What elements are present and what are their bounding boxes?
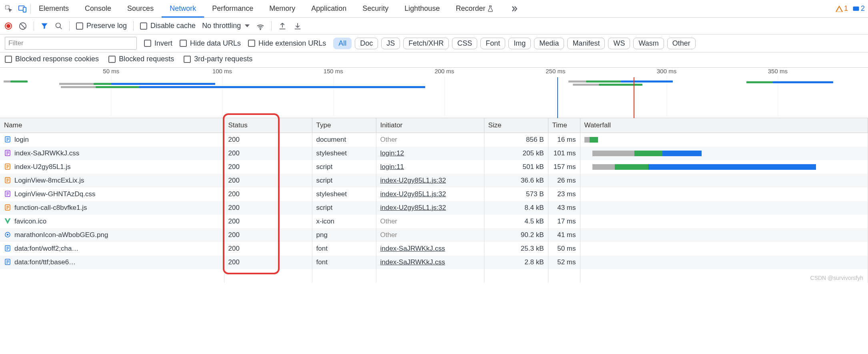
tab-console[interactable]: Console: [77, 0, 119, 17]
clear-button[interactable]: [18, 22, 27, 30]
blocked-cookies-checkbox[interactable]: Blocked response cookies: [5, 55, 99, 63]
tab-recorder[interactable]: Recorder: [448, 0, 502, 17]
messages-count: 2: [861, 4, 865, 13]
tab-lighthouse[interactable]: Lighthouse: [396, 0, 448, 17]
request-status: 200: [224, 201, 312, 215]
request-waterfall: [580, 215, 868, 228]
tab-memory[interactable]: Memory: [261, 0, 303, 17]
request-initiator[interactable]: index-U2gy85L1.js:32: [380, 190, 446, 198]
search-icon[interactable]: [55, 22, 63, 30]
timeline-overview[interactable]: 50 ms100 ms150 ms200 ms250 ms300 ms350 m…: [0, 68, 868, 118]
request-status: 200: [224, 147, 312, 160]
type-pill-doc[interactable]: Doc: [355, 38, 378, 49]
timeline-tick: 300 ms: [657, 68, 676, 74]
request-initiator[interactable]: index-U2gy85L1.js:32: [380, 204, 446, 211]
request-waterfall: [580, 255, 868, 269]
filter-input[interactable]: [5, 37, 137, 50]
col-header-status[interactable]: Status: [224, 118, 312, 133]
tab-sources[interactable]: Sources: [119, 0, 162, 17]
device-toolbar-icon[interactable]: [17, 3, 28, 14]
table-row[interactable]: login200documentOther856 B16 ms: [0, 133, 868, 147]
warnings-count: 1: [844, 4, 848, 13]
preserve-log-checkbox[interactable]: Preserve log: [76, 22, 127, 30]
hide-extension-urls-checkbox[interactable]: Hide extension URLs: [248, 39, 326, 48]
messages-badge[interactable]: 2: [852, 4, 865, 13]
table-row[interactable]: LoginView-GHNTAzDq.css200stylesheetindex…: [0, 187, 868, 201]
request-status: 200: [224, 160, 312, 174]
col-header-waterfall[interactable]: Waterfall: [580, 118, 868, 133]
type-pill-wasm[interactable]: Wasm: [633, 38, 664, 49]
inspect-element-icon[interactable]: [3, 3, 14, 14]
request-initiator[interactable]: login:12: [380, 149, 404, 157]
request-initiator[interactable]: index-U2gy85L1.js:32: [380, 177, 446, 184]
record-button[interactable]: [5, 22, 12, 30]
type-pill-media[interactable]: Media: [534, 38, 564, 49]
request-time: 43 ms: [548, 201, 580, 215]
table-row[interactable]: favicon.ico200x-iconOther4.5 kB17 ms: [0, 215, 868, 228]
tab-security[interactable]: Security: [354, 0, 396, 17]
type-pill-other[interactable]: Other: [667, 38, 696, 49]
hide-data-urls-checkbox[interactable]: Hide data URLs: [180, 39, 241, 48]
network-toolbar: Preserve log Disable cache No throttling: [0, 18, 868, 34]
table-row[interactable]: marathonIcon-aWbobGEG.png200pngOther90.2…: [0, 228, 868, 242]
table-row[interactable]: index-U2gy85L1.js200scriptlogin:11501 kB…: [0, 160, 868, 174]
type-pill-font[interactable]: Font: [480, 38, 505, 49]
col-header-size[interactable]: Size: [484, 118, 548, 133]
request-waterfall: [580, 228, 868, 242]
upload-har-icon[interactable]: [278, 22, 287, 30]
download-har-icon[interactable]: [293, 22, 302, 30]
request-initiator[interactable]: index-SaJRWKkJ.css: [380, 245, 445, 252]
col-header-type[interactable]: Type: [312, 118, 376, 133]
type-pill-js[interactable]: JS: [381, 38, 400, 49]
request-size: 25.3 kB: [484, 242, 548, 255]
request-type: png: [312, 228, 376, 242]
tab-elements[interactable]: Elements: [31, 0, 77, 17]
doc-file-icon: [4, 136, 11, 143]
type-pill-css[interactable]: CSS: [452, 38, 477, 49]
request-time: 41 ms: [548, 228, 580, 242]
waterfall-bar: [592, 151, 634, 156]
more-tabs-button[interactable]: [502, 5, 526, 13]
request-initiator[interactable]: login:11: [380, 163, 404, 171]
tab-application[interactable]: Application: [303, 0, 354, 17]
col-header-time[interactable]: Time: [548, 118, 580, 133]
request-name: LoginView-GHNTAzDq.css: [14, 190, 96, 198]
type-pill-fetch-xhr[interactable]: Fetch/XHR: [403, 38, 449, 49]
request-name: marathonIcon-aWbobGEG.png: [14, 231, 108, 239]
svg-point-5: [56, 23, 61, 28]
table-row[interactable]: data:font/woff2;cha…200fontindex-SaJRWKk…: [0, 242, 868, 255]
type-pill-img[interactable]: Img: [508, 38, 531, 49]
separator: [69, 21, 70, 31]
svg-point-14: [7, 233, 9, 235]
svg-rect-2: [23, 7, 26, 12]
table-row[interactable]: data:font/ttf;base6…200fontindex-SaJRWKk…: [0, 255, 868, 269]
request-size: 4.5 kB: [484, 215, 548, 228]
blocked-requests-checkbox[interactable]: Blocked requests: [108, 55, 174, 63]
table-row[interactable]: function-call-c8bvfke1.js200scriptindex-…: [0, 201, 868, 215]
request-name: LoginView-8mcExLix.js: [14, 177, 84, 184]
network-conditions-icon[interactable]: [256, 22, 265, 30]
request-name: data:font/woff2;cha…: [14, 245, 78, 252]
filter-icon[interactable]: [40, 22, 48, 30]
request-type: stylesheet: [312, 187, 376, 201]
col-header-name[interactable]: Name: [0, 118, 224, 133]
svg-rect-3: [853, 6, 859, 11]
invert-checkbox[interactable]: Invert: [144, 39, 172, 48]
tab-network[interactable]: Network: [162, 0, 204, 17]
request-waterfall: [580, 187, 868, 201]
third-party-checkbox[interactable]: 3rd-party requests: [184, 55, 252, 63]
warnings-badge[interactable]: 1: [835, 4, 848, 13]
throttling-select[interactable]: No throttling: [202, 22, 250, 30]
col-header-initiator[interactable]: Initiator: [376, 118, 484, 133]
tab-performance[interactable]: Performance: [204, 0, 261, 17]
network-requests-table: Name Status Type Initiator Size Time Wat…: [0, 118, 868, 283]
separator: [34, 21, 34, 31]
table-row[interactable]: LoginView-8mcExLix.js200scriptindex-U2gy…: [0, 174, 868, 187]
type-pill-all[interactable]: All: [333, 38, 352, 49]
type-pill-manifest[interactable]: Manifest: [567, 38, 605, 49]
table-row[interactable]: index-SaJRWKkJ.css200stylesheetlogin:122…: [0, 147, 868, 160]
disable-cache-checkbox[interactable]: Disable cache: [140, 22, 196, 30]
request-status: 200: [224, 242, 312, 255]
type-pill-ws[interactable]: WS: [608, 38, 630, 49]
request-initiator[interactable]: index-SaJRWKkJ.css: [380, 258, 445, 266]
